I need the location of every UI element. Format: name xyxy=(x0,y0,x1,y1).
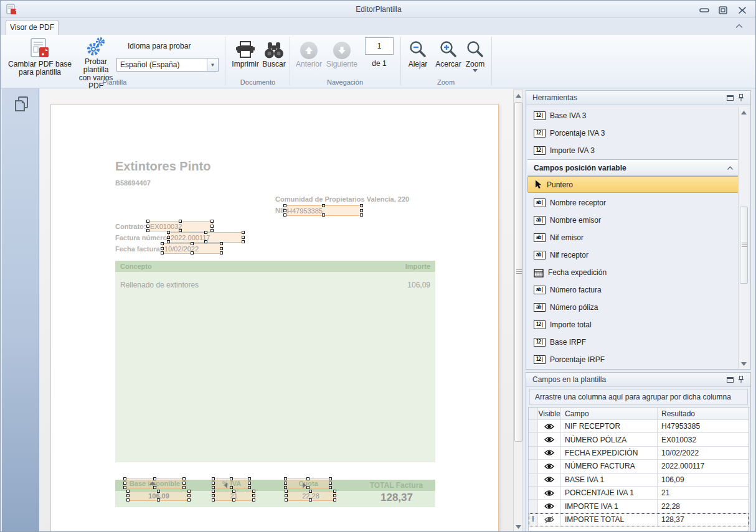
minimize-button[interactable] xyxy=(699,6,710,14)
selection-handle[interactable] xyxy=(191,242,194,245)
quota-value-field[interactable]: 22,28 xyxy=(286,491,336,501)
selection-handle[interactable] xyxy=(167,240,170,243)
tool-item-puntero[interactable]: Puntero xyxy=(527,176,739,193)
eye-icon[interactable] xyxy=(544,463,554,470)
collapse-ribbon-button[interactable] xyxy=(733,21,745,31)
pages-icon[interactable] xyxy=(13,96,31,114)
selection-handle[interactable] xyxy=(248,477,251,480)
selection-handle[interactable] xyxy=(283,213,286,217)
eye-slash-icon[interactable] xyxy=(544,516,554,523)
resultado-column-header[interactable]: Resultado xyxy=(658,408,749,419)
restore-button[interactable] xyxy=(717,6,729,14)
eye-icon[interactable] xyxy=(544,490,554,497)
selection-handle[interactable] xyxy=(242,231,245,234)
selection-handle[interactable] xyxy=(204,231,207,234)
scroll-up-icon[interactable] xyxy=(514,91,522,100)
tool-item-base-iva-3[interactable]: 12| Base IVA 3 xyxy=(529,107,738,124)
selection-handle[interactable] xyxy=(179,220,182,223)
selection-handle[interactable] xyxy=(212,486,215,489)
table-row[interactable]: NÚMERO FACTURA 2022.000117 xyxy=(529,460,749,473)
selection-handle[interactable] xyxy=(204,240,207,243)
selection-handle[interactable] xyxy=(220,251,223,254)
selection-handle[interactable] xyxy=(252,498,255,502)
table-row[interactable]: FECHA EXPEDICIÓN 10/02/2022 xyxy=(529,447,749,460)
thumbnails-sidebar[interactable] xyxy=(2,88,39,532)
maximize-panel-icon[interactable] xyxy=(724,93,735,103)
selection-handle[interactable] xyxy=(252,494,255,497)
table-row[interactable]: BASE IVA 1 106,09 xyxy=(529,474,749,487)
selection-handle[interactable] xyxy=(232,490,235,493)
selection-handle[interactable] xyxy=(182,486,186,489)
selection-handle[interactable] xyxy=(210,220,214,223)
selection-handle[interactable] xyxy=(220,242,223,245)
selection-handle[interactable] xyxy=(242,236,245,239)
selection-handle[interactable] xyxy=(248,482,251,485)
vat-percent-header-field[interactable]: % IVA xyxy=(213,478,250,488)
selection-handle[interactable] xyxy=(187,490,191,493)
scroll-down-icon[interactable] xyxy=(514,522,522,531)
selection-handle[interactable] xyxy=(360,204,363,207)
selection-handle[interactable] xyxy=(309,498,312,502)
scrollbar-thumb[interactable] xyxy=(514,102,522,442)
selection-handle[interactable] xyxy=(306,486,309,489)
selection-handle[interactable] xyxy=(329,486,332,489)
selection-handle[interactable] xyxy=(167,236,170,239)
selection-handle[interactable] xyxy=(210,225,214,228)
base-imponible-value-field[interactable]: 106,09 xyxy=(128,491,190,501)
page-number-input[interactable]: 1 xyxy=(365,37,394,55)
language-combobox[interactable]: Español (España) ▼ xyxy=(116,58,219,72)
contract-field[interactable]: EX010032 xyxy=(148,221,213,231)
selection-handle[interactable] xyxy=(153,477,156,480)
selection-handle[interactable] xyxy=(167,231,170,234)
selection-handle[interactable] xyxy=(126,498,130,502)
tool-item-nif-emisor[interactable]: ab| Nif emisor xyxy=(529,229,738,246)
selection-handle[interactable] xyxy=(126,494,130,497)
selection-handle[interactable] xyxy=(230,486,233,489)
tool-item-porcentaje-iva-3[interactable]: 12| Porcentaje IVA 3 xyxy=(529,124,738,142)
tab-visor-de-pdf[interactable]: Visor de PDF xyxy=(6,20,59,35)
selection-handle[interactable] xyxy=(306,477,309,480)
tool-item-nombre-receptor[interactable]: ab| Nombre receptor xyxy=(529,194,738,212)
tool-item-fecha-expedicion[interactable]: Fecha expedición xyxy=(529,264,738,281)
eye-icon[interactable] xyxy=(544,449,554,456)
tools-scrollbar[interactable] xyxy=(738,107,749,369)
change-pdf-base-button[interactable]: Cambiar PDF base para plantilla xyxy=(7,37,73,84)
selection-handle[interactable] xyxy=(146,225,149,228)
selection-handle[interactable] xyxy=(248,486,251,489)
selection-handle[interactable] xyxy=(187,494,191,497)
tool-item-numero-poliza[interactable]: ab| Número póliza xyxy=(529,299,738,316)
visible-column-header[interactable]: Visible xyxy=(538,408,561,419)
selection-handle[interactable] xyxy=(252,490,255,493)
selection-handle[interactable] xyxy=(284,477,287,480)
quota-header-field[interactable]: Cuota xyxy=(285,478,331,488)
pin-icon[interactable] xyxy=(735,375,747,385)
maximize-panel-icon[interactable] xyxy=(724,375,735,385)
selection-handle[interactable] xyxy=(161,247,164,250)
scrollbar-thumb[interactable] xyxy=(740,207,748,284)
selection-handle[interactable] xyxy=(212,490,215,493)
selection-handle[interactable] xyxy=(283,209,286,212)
selection-handle[interactable] xyxy=(283,204,286,207)
selection-handle[interactable] xyxy=(360,209,363,212)
selection-handle[interactable] xyxy=(182,477,186,480)
selection-handle[interactable] xyxy=(157,490,160,493)
selection-handle[interactable] xyxy=(329,482,332,485)
tools-group-campos-posicion-variable[interactable]: Campos posición variable xyxy=(527,159,739,176)
eye-icon[interactable] xyxy=(544,503,554,510)
scroll-up-icon[interactable] xyxy=(739,108,748,117)
table-row[interactable]: NÚMERO PÓLIZA EX010032 xyxy=(529,433,749,446)
selection-handle[interactable] xyxy=(187,498,191,502)
tool-item-porcentaje-irpf[interactable]: 12| Porcentaje IRPF xyxy=(529,351,738,368)
zoom-dropdown-button[interactable]: Zoom xyxy=(461,37,489,84)
selection-handle[interactable] xyxy=(191,251,194,254)
print-button[interactable]: Imprimir xyxy=(229,37,262,84)
tool-item-numero-factura[interactable]: ab| Número factura xyxy=(529,281,738,299)
selection-handle[interactable] xyxy=(220,247,223,250)
selection-handle[interactable] xyxy=(210,229,214,232)
document-scrollbar[interactable] xyxy=(513,90,523,532)
selection-handle[interactable] xyxy=(212,498,215,502)
tool-item-nombre-emisor[interactable]: ab| Nombre emisor xyxy=(529,212,738,229)
selection-handle[interactable] xyxy=(329,477,332,480)
selection-handle[interactable] xyxy=(322,204,325,207)
table-row[interactable]: NIF RECEPTOR H47953385 xyxy=(529,420,749,433)
